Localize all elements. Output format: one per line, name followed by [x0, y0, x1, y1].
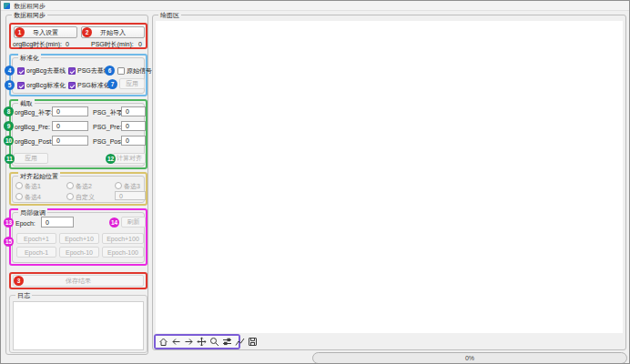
raw-signal-checkbox[interactable]: [117, 67, 125, 75]
align-annotation-box: 对齐起始位置 备选1 备选2 备选3 备选4 自定义 0: [9, 172, 147, 206]
annotation-badge-15: 15: [4, 237, 14, 247]
psg-normalize-checkbox[interactable]: [68, 82, 76, 89]
annotation-badge-3: 3: [14, 276, 24, 286]
psg-duration-value: 0: [138, 40, 142, 48]
option3-label: 备选3: [124, 182, 140, 190]
clip-row-right-label: PSG_补零:: [93, 108, 125, 116]
epoch-label: Epoch:: [15, 219, 36, 228]
pan-icon[interactable]: [197, 337, 207, 347]
line-plot-icon[interactable]: [235, 337, 245, 347]
epoch-plus10-button[interactable]: Epoch+10: [59, 233, 99, 244]
option4-radio[interactable]: [15, 193, 23, 200]
annotation-badge-10: 10: [4, 136, 14, 146]
epoch-plus100-button[interactable]: Epoch+100: [102, 233, 144, 244]
clip-annotation-box: 截取 8 orgBcg_补零: 0 PSG_补零: 0 9 orgBcg_Pre…: [9, 99, 147, 169]
orgbcg-duration-value: 0: [66, 40, 69, 48]
clip-row-left-label: orgBcg_补零:: [15, 108, 53, 116]
normalize-annotation-box: 标准化 4 orgBcg去基线 PSG去基线 6 原始信号 5 orgBcg标准…: [9, 54, 147, 96]
clip-apply-button[interactable]: 应用: [14, 153, 48, 164]
progress-text: 0%: [465, 355, 474, 361]
log-title: 日志: [15, 291, 32, 299]
annotation-badge-2: 2: [82, 27, 92, 37]
annotation-badge-5: 5: [5, 80, 15, 90]
plot-toolbar: [156, 336, 239, 348]
annotation-badge-6: 6: [105, 66, 115, 76]
psg-duration-label: PSG时长(min):: [91, 40, 134, 48]
custom-radio[interactable]: [66, 193, 74, 200]
option3-radio[interactable]: [115, 182, 122, 189]
log-group: 日志: [9, 295, 147, 353]
plot-panel-group: 绘图区: [152, 15, 626, 350]
calc-align-button[interactable]: 计算对齐: [113, 153, 146, 164]
option2-label: 备选2: [76, 182, 92, 190]
clip-row-left-label: orgBcg_Post:: [15, 137, 53, 146]
psg-pre-input[interactable]: 0: [121, 121, 146, 131]
annotation-badge-12: 12: [106, 154, 116, 164]
configure-subplots-icon[interactable]: [222, 337, 232, 347]
forward-icon[interactable]: [184, 337, 194, 347]
epoch-plus1-button[interactable]: Epoch+1: [16, 233, 56, 244]
zoom-icon[interactable]: [209, 337, 219, 347]
sync-panel-title: 数据粗同步: [12, 11, 47, 19]
save-result-button[interactable]: 保存结果: [13, 275, 144, 287]
option1-radio[interactable]: [15, 182, 23, 189]
clip-row-right-label: PSG_Post:: [93, 137, 125, 146]
epoch-minus1-button[interactable]: Epoch-1: [16, 247, 56, 258]
plot-panel-title: 绘图区: [158, 11, 181, 19]
annotation-badge-14: 14: [109, 217, 119, 228]
orgbcg-normalize-label: orgBcg标准化: [26, 81, 66, 89]
progress-bar: 0%: [312, 352, 627, 364]
option1-label: 备选1: [25, 182, 41, 190]
orgbcg-padzero-input[interactable]: 0: [52, 106, 88, 116]
back-icon[interactable]: [171, 337, 181, 347]
custom-position-input[interactable]: 0: [115, 191, 146, 200]
orgbcg-pre-input[interactable]: 0: [52, 121, 88, 131]
clip-row-left-label: orgBcg_Pre:: [15, 123, 50, 131]
psg-debaseline-checkbox[interactable]: [68, 67, 76, 75]
epoch-input[interactable]: 0: [41, 217, 74, 228]
window-title: 数据粗同步: [14, 1, 46, 11]
psg-post-input[interactable]: 0: [121, 136, 146, 146]
epoch-minus100-button[interactable]: Epoch-100: [102, 247, 144, 258]
clip-title: 截取: [18, 99, 35, 107]
sync-panel-group: 数据粗同步 导入设置 开始导入 1 2 orgBcg时长(min): 0 PSG…: [5, 15, 148, 355]
align-title: 对齐起始位置: [18, 172, 60, 180]
toolbar-annotation-box: [154, 334, 240, 349]
home-icon[interactable]: [158, 337, 168, 347]
clip-row-right-label: PSG_Pre:: [93, 123, 122, 131]
app-icon: [4, 3, 10, 9]
option2-radio[interactable]: [66, 182, 74, 189]
normalize-title: 标准化: [18, 54, 41, 62]
annotation-badge-4: 4: [5, 66, 15, 76]
save-figure-icon[interactable]: [248, 337, 258, 347]
app-window: 数据粗同步 数据粗同步 导入设置 开始导入 1 2 orgBcg时长(min):…: [0, 0, 630, 364]
annotation-badge-7: 7: [107, 79, 117, 89]
save-annotation-box: 保存结果 3: [9, 272, 147, 289]
log-textarea[interactable]: [13, 301, 144, 350]
plot-canvas[interactable]: [156, 21, 623, 333]
orgbcg-post-input[interactable]: 0: [52, 136, 88, 146]
orgbcg-duration-label: orgBcg时长(min):: [13, 40, 62, 48]
orgbcg-normalize-checkbox[interactable]: [17, 82, 25, 89]
psg-padzero-input[interactable]: 0: [121, 106, 146, 116]
epoch-minus10-button[interactable]: Epoch-10: [59, 247, 99, 258]
normalize-apply-button[interactable]: 应用: [119, 78, 145, 89]
title-bar: 数据粗同步: [1, 1, 629, 11]
orgbcg-debaseline-checkbox[interactable]: [17, 67, 25, 75]
annotation-badge-1: 1: [15, 27, 25, 37]
psg-normalize-label: PSG标准化: [77, 81, 110, 89]
orgbcg-debaseline-label: orgBcg去基线: [26, 66, 66, 75]
annotation-badge-8: 8: [4, 106, 14, 116]
option4-label: 备选4: [25, 193, 41, 201]
annotation-badge-11: 11: [5, 154, 15, 164]
finetune-title: 局部微调: [18, 208, 47, 217]
raw-signal-label: 原始信号: [127, 66, 152, 75]
finetune-annotation-box: 局部微调 13 Epoch: 0 14 刷新 15 Epoch+1 Epoch+…: [9, 208, 147, 266]
annotation-badge-13: 13: [4, 217, 14, 228]
import-annotation-box: 导入设置 开始导入 1 2 orgBcg时长(min): 0 PSG时长(min…: [9, 23, 147, 49]
refresh-button[interactable]: 刷新: [121, 217, 146, 228]
custom-label: 自定义: [76, 193, 95, 201]
annotation-badge-9: 9: [4, 121, 14, 131]
